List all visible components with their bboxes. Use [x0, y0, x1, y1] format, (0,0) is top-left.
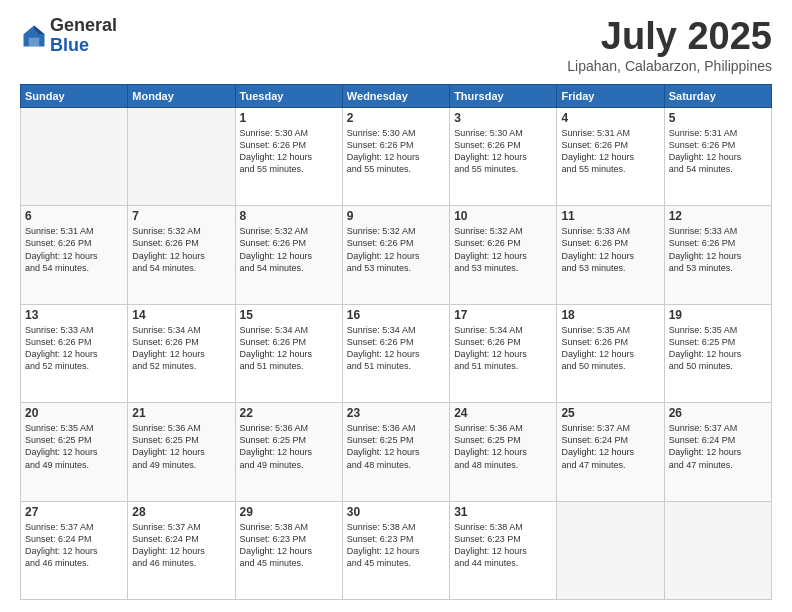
day-info: Sunrise: 5:35 AM Sunset: 6:26 PM Dayligh…	[561, 324, 659, 373]
day-info: Sunrise: 5:38 AM Sunset: 6:23 PM Dayligh…	[240, 521, 338, 570]
calendar-week-row: 20Sunrise: 5:35 AM Sunset: 6:25 PM Dayli…	[21, 403, 772, 501]
table-row: 6Sunrise: 5:31 AM Sunset: 6:26 PM Daylig…	[21, 206, 128, 304]
day-number: 21	[132, 406, 230, 420]
table-row: 18Sunrise: 5:35 AM Sunset: 6:26 PM Dayli…	[557, 304, 664, 402]
day-number: 7	[132, 209, 230, 223]
day-info: Sunrise: 5:33 AM Sunset: 6:26 PM Dayligh…	[25, 324, 123, 373]
day-info: Sunrise: 5:31 AM Sunset: 6:26 PM Dayligh…	[25, 225, 123, 274]
day-info: Sunrise: 5:32 AM Sunset: 6:26 PM Dayligh…	[347, 225, 445, 274]
day-info: Sunrise: 5:37 AM Sunset: 6:24 PM Dayligh…	[25, 521, 123, 570]
day-number: 9	[347, 209, 445, 223]
table-row: 9Sunrise: 5:32 AM Sunset: 6:26 PM Daylig…	[342, 206, 449, 304]
table-row: 7Sunrise: 5:32 AM Sunset: 6:26 PM Daylig…	[128, 206, 235, 304]
table-row: 4Sunrise: 5:31 AM Sunset: 6:26 PM Daylig…	[557, 107, 664, 205]
day-number: 5	[669, 111, 767, 125]
table-row: 14Sunrise: 5:34 AM Sunset: 6:26 PM Dayli…	[128, 304, 235, 402]
day-number: 30	[347, 505, 445, 519]
col-monday: Monday	[128, 84, 235, 107]
table-row: 11Sunrise: 5:33 AM Sunset: 6:26 PM Dayli…	[557, 206, 664, 304]
day-number: 17	[454, 308, 552, 322]
day-number: 11	[561, 209, 659, 223]
logo-general-text: General	[50, 16, 117, 36]
day-number: 28	[132, 505, 230, 519]
calendar-week-row: 27Sunrise: 5:37 AM Sunset: 6:24 PM Dayli…	[21, 501, 772, 599]
table-row	[557, 501, 664, 599]
day-info: Sunrise: 5:34 AM Sunset: 6:26 PM Dayligh…	[240, 324, 338, 373]
table-row: 26Sunrise: 5:37 AM Sunset: 6:24 PM Dayli…	[664, 403, 771, 501]
logo-blue-text: Blue	[50, 36, 117, 56]
day-info: Sunrise: 5:37 AM Sunset: 6:24 PM Dayligh…	[132, 521, 230, 570]
day-info: Sunrise: 5:32 AM Sunset: 6:26 PM Dayligh…	[454, 225, 552, 274]
table-row: 29Sunrise: 5:38 AM Sunset: 6:23 PM Dayli…	[235, 501, 342, 599]
header: General Blue July 2025 Lipahan, Calabarz…	[20, 16, 772, 74]
calendar-week-row: 1Sunrise: 5:30 AM Sunset: 6:26 PM Daylig…	[21, 107, 772, 205]
day-info: Sunrise: 5:30 AM Sunset: 6:26 PM Dayligh…	[347, 127, 445, 176]
logo-icon	[20, 22, 48, 50]
day-info: Sunrise: 5:37 AM Sunset: 6:24 PM Dayligh…	[561, 422, 659, 471]
table-row: 21Sunrise: 5:36 AM Sunset: 6:25 PM Dayli…	[128, 403, 235, 501]
day-number: 10	[454, 209, 552, 223]
col-saturday: Saturday	[664, 84, 771, 107]
logo: General Blue	[20, 16, 117, 56]
day-info: Sunrise: 5:34 AM Sunset: 6:26 PM Dayligh…	[454, 324, 552, 373]
day-info: Sunrise: 5:33 AM Sunset: 6:26 PM Dayligh…	[561, 225, 659, 274]
day-number: 22	[240, 406, 338, 420]
day-info: Sunrise: 5:38 AM Sunset: 6:23 PM Dayligh…	[347, 521, 445, 570]
day-info: Sunrise: 5:35 AM Sunset: 6:25 PM Dayligh…	[669, 324, 767, 373]
calendar-week-row: 13Sunrise: 5:33 AM Sunset: 6:26 PM Dayli…	[21, 304, 772, 402]
day-info: Sunrise: 5:32 AM Sunset: 6:26 PM Dayligh…	[132, 225, 230, 274]
day-number: 20	[25, 406, 123, 420]
table-row: 20Sunrise: 5:35 AM Sunset: 6:25 PM Dayli…	[21, 403, 128, 501]
col-tuesday: Tuesday	[235, 84, 342, 107]
table-row: 30Sunrise: 5:38 AM Sunset: 6:23 PM Dayli…	[342, 501, 449, 599]
calendar-header-row: Sunday Monday Tuesday Wednesday Thursday…	[21, 84, 772, 107]
table-row: 1Sunrise: 5:30 AM Sunset: 6:26 PM Daylig…	[235, 107, 342, 205]
day-number: 27	[25, 505, 123, 519]
table-row: 27Sunrise: 5:37 AM Sunset: 6:24 PM Dayli…	[21, 501, 128, 599]
day-number: 8	[240, 209, 338, 223]
table-row: 28Sunrise: 5:37 AM Sunset: 6:24 PM Dayli…	[128, 501, 235, 599]
table-row: 23Sunrise: 5:36 AM Sunset: 6:25 PM Dayli…	[342, 403, 449, 501]
day-info: Sunrise: 5:32 AM Sunset: 6:26 PM Dayligh…	[240, 225, 338, 274]
day-number: 1	[240, 111, 338, 125]
day-info: Sunrise: 5:30 AM Sunset: 6:26 PM Dayligh…	[240, 127, 338, 176]
day-number: 13	[25, 308, 123, 322]
day-info: Sunrise: 5:38 AM Sunset: 6:23 PM Dayligh…	[454, 521, 552, 570]
svg-rect-2	[29, 38, 40, 47]
day-number: 16	[347, 308, 445, 322]
table-row	[128, 107, 235, 205]
day-number: 18	[561, 308, 659, 322]
day-number: 4	[561, 111, 659, 125]
table-row: 2Sunrise: 5:30 AM Sunset: 6:26 PM Daylig…	[342, 107, 449, 205]
logo-text: General Blue	[50, 16, 117, 56]
table-row: 19Sunrise: 5:35 AM Sunset: 6:25 PM Dayli…	[664, 304, 771, 402]
table-row: 13Sunrise: 5:33 AM Sunset: 6:26 PM Dayli…	[21, 304, 128, 402]
day-info: Sunrise: 5:36 AM Sunset: 6:25 PM Dayligh…	[347, 422, 445, 471]
table-row: 17Sunrise: 5:34 AM Sunset: 6:26 PM Dayli…	[450, 304, 557, 402]
day-info: Sunrise: 5:33 AM Sunset: 6:26 PM Dayligh…	[669, 225, 767, 274]
col-thursday: Thursday	[450, 84, 557, 107]
day-number: 23	[347, 406, 445, 420]
month-title: July 2025	[567, 16, 772, 58]
page: General Blue July 2025 Lipahan, Calabarz…	[0, 0, 792, 612]
day-number: 31	[454, 505, 552, 519]
table-row: 31Sunrise: 5:38 AM Sunset: 6:23 PM Dayli…	[450, 501, 557, 599]
table-row	[664, 501, 771, 599]
table-row	[21, 107, 128, 205]
day-info: Sunrise: 5:36 AM Sunset: 6:25 PM Dayligh…	[132, 422, 230, 471]
table-row: 8Sunrise: 5:32 AM Sunset: 6:26 PM Daylig…	[235, 206, 342, 304]
day-number: 2	[347, 111, 445, 125]
day-number: 14	[132, 308, 230, 322]
table-row: 24Sunrise: 5:36 AM Sunset: 6:25 PM Dayli…	[450, 403, 557, 501]
day-number: 19	[669, 308, 767, 322]
location: Lipahan, Calabarzon, Philippines	[567, 58, 772, 74]
table-row: 5Sunrise: 5:31 AM Sunset: 6:26 PM Daylig…	[664, 107, 771, 205]
table-row: 22Sunrise: 5:36 AM Sunset: 6:25 PM Dayli…	[235, 403, 342, 501]
table-row: 25Sunrise: 5:37 AM Sunset: 6:24 PM Dayli…	[557, 403, 664, 501]
title-section: July 2025 Lipahan, Calabarzon, Philippin…	[567, 16, 772, 74]
day-info: Sunrise: 5:35 AM Sunset: 6:25 PM Dayligh…	[25, 422, 123, 471]
day-info: Sunrise: 5:34 AM Sunset: 6:26 PM Dayligh…	[132, 324, 230, 373]
table-row: 12Sunrise: 5:33 AM Sunset: 6:26 PM Dayli…	[664, 206, 771, 304]
col-sunday: Sunday	[21, 84, 128, 107]
day-number: 12	[669, 209, 767, 223]
